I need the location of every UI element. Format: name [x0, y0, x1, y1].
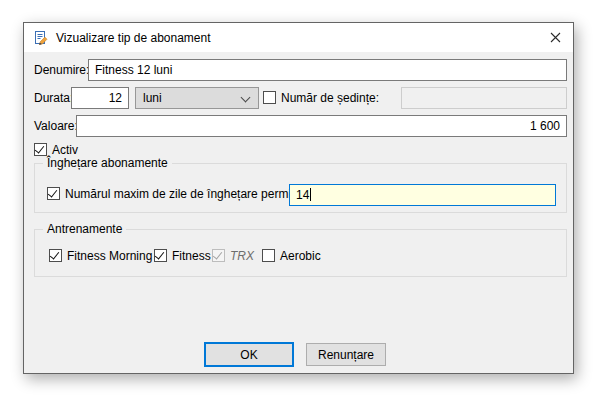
checkmark-icon — [50, 249, 59, 259]
sedinte-label: Număr de ședințe: — [281, 91, 379, 105]
text-caret — [310, 188, 311, 201]
checkmark-icon — [48, 187, 57, 197]
activ-checkbox[interactable] — [34, 143, 47, 156]
dialog-title: Vizualizare tip de abonament — [56, 31, 211, 45]
checkmark-icon — [155, 249, 164, 259]
close-icon — [550, 32, 561, 43]
freeze-group: Înghețare abonamente Numărul maxim de zi… — [34, 163, 567, 213]
training-label-aerobic: Aerobic — [280, 249, 321, 263]
checkmark-icon — [35, 143, 44, 153]
freeze-days-value: 14 — [296, 188, 309, 202]
trainings-group: Antrenamente Fitness Morning Fitness TRX… — [34, 229, 567, 277]
sedinte-input — [401, 87, 567, 109]
training-label-fitness: Fitness — [172, 249, 211, 263]
freeze-days-checkbox[interactable] — [47, 187, 60, 200]
ok-button[interactable]: OK — [204, 342, 294, 367]
sedinte-checkbox[interactable] — [263, 91, 276, 104]
training-label-trx: TRX — [230, 249, 254, 263]
activ-label: Activ — [52, 143, 78, 157]
training-checkbox-fitness[interactable] — [154, 249, 167, 262]
training-checkbox-fitness-morning[interactable] — [49, 249, 62, 262]
training-checkbox-trx — [212, 249, 225, 262]
close-button[interactable] — [537, 23, 573, 52]
durata-label: Durata: — [34, 91, 73, 105]
subscription-type-dialog: Vizualizare tip de abonament Denumire: F… — [23, 22, 574, 374]
valoare-label: Valoare: — [34, 119, 78, 133]
edit-document-icon — [33, 30, 49, 46]
cancel-button[interactable]: Renunțare — [306, 343, 386, 366]
chevron-down-icon — [241, 93, 251, 103]
freeze-days-input[interactable]: 14 — [289, 184, 556, 206]
training-label-fitness-morning: Fitness Morning — [67, 249, 152, 263]
checkmark-icon — [213, 249, 222, 259]
valoare-input[interactable]: 1 600 — [76, 115, 567, 137]
titlebar: Vizualizare tip de abonament — [24, 23, 573, 52]
freeze-days-label: Numărul maxim de zile de înghețare permi… — [65, 187, 300, 201]
durata-unit-selected: luni — [143, 91, 162, 105]
denumire-label: Denumire: — [34, 63, 89, 77]
training-checkbox-aerobic[interactable] — [262, 249, 275, 262]
denumire-input[interactable]: Fitness 12 luni — [88, 59, 567, 81]
durata-value-input[interactable]: 12 — [71, 87, 129, 109]
trainings-group-title: Antrenamente — [43, 222, 126, 236]
freeze-group-title: Înghețare abonamente — [43, 156, 172, 170]
durata-unit-dropdown[interactable]: luni — [135, 87, 259, 109]
